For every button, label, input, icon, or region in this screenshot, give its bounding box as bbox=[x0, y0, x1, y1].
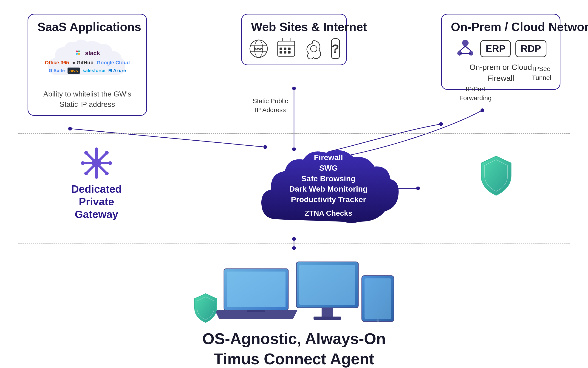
cloud-services: Firewall SWG Safe Browsing Dark Web Moni… bbox=[255, 144, 402, 235]
devices-container bbox=[192, 260, 396, 324]
svg-point-47 bbox=[81, 161, 84, 165]
slack-icon bbox=[74, 49, 83, 57]
web-box: Web Sites & Internet www bbox=[241, 14, 347, 65]
ip-port-annotation: IP/PortForwarding bbox=[459, 84, 492, 102]
cloud-productivity: Productivity Tracker bbox=[291, 194, 366, 205]
aws-label: aws bbox=[67, 67, 80, 74]
onprem-title: On-Prem / Cloud Network bbox=[451, 20, 551, 34]
gsuite-label: G Suite bbox=[49, 68, 65, 73]
bottom-divider bbox=[18, 243, 570, 244]
timus-icon bbox=[455, 38, 476, 59]
web-icons: www bbox=[251, 38, 337, 59]
cloud-firewall: Firewall bbox=[314, 152, 343, 163]
calendar-icon bbox=[276, 38, 296, 59]
svg-point-7 bbox=[439, 122, 443, 126]
svg-point-63 bbox=[377, 319, 379, 322]
onprem-icons: ERP RDP bbox=[451, 38, 551, 59]
svg-rect-32 bbox=[288, 51, 291, 54]
svg-rect-62 bbox=[365, 278, 391, 319]
svg-rect-17 bbox=[78, 53, 80, 55]
slack-label: slack bbox=[85, 50, 100, 57]
shield-container bbox=[478, 154, 514, 198]
tablet-icon bbox=[359, 273, 396, 324]
monitor-icon bbox=[293, 260, 362, 324]
top-section: SaaS Applications bbox=[0, 0, 588, 116]
web-title: Web Sites & Internet bbox=[251, 20, 337, 34]
middle-section: Dedicated Private Gateway Firewall bbox=[0, 136, 588, 243]
bottom-section: OS-Agnostic, Always-On Timus Connect Age… bbox=[0, 246, 588, 368]
svg-line-37 bbox=[459, 46, 465, 51]
svg-rect-29 bbox=[288, 47, 291, 50]
saas-box: SaaS Applications bbox=[28, 14, 147, 116]
github-label: ● GitHub bbox=[72, 60, 93, 66]
svg-point-34 bbox=[462, 40, 469, 46]
bottom-label: OS-Agnostic, Always-On Timus Connect Age… bbox=[196, 329, 392, 368]
diagram-container: { "saas": { "box_title": "SaaS Applicati… bbox=[0, 0, 588, 368]
svg-rect-58 bbox=[299, 265, 355, 305]
svg-point-46 bbox=[95, 175, 98, 179]
svg-rect-27 bbox=[280, 47, 282, 50]
svg-point-1 bbox=[68, 127, 72, 130]
azure-label: ⊞ Azure bbox=[108, 68, 126, 73]
svg-rect-28 bbox=[284, 47, 286, 50]
dedicated-gateway-box: Dedicated Private Gateway bbox=[64, 147, 129, 221]
svg-rect-56 bbox=[247, 310, 265, 312]
dedicated-label: Dedicated Private Gateway bbox=[64, 183, 129, 221]
static-ip-annotation: Static PublicIP Address bbox=[253, 96, 288, 114]
gcloud-label: Google Cloud bbox=[97, 60, 130, 66]
svg-point-52 bbox=[84, 172, 88, 175]
svg-point-44 bbox=[92, 158, 101, 168]
saas-icons: slack Office 365 ● GitHub Google Cloud G… bbox=[37, 38, 137, 84]
svg-rect-59 bbox=[322, 308, 333, 317]
svg-point-48 bbox=[108, 161, 112, 165]
cloud-ztna: ZTNA Checks bbox=[266, 207, 391, 218]
shield-icon bbox=[478, 154, 514, 198]
salesforce-label: salesforce bbox=[83, 68, 105, 73]
svg-rect-60 bbox=[313, 317, 341, 320]
svg-rect-16 bbox=[78, 51, 80, 52]
erp-badge: ERP bbox=[480, 40, 511, 57]
svg-rect-31 bbox=[284, 51, 286, 54]
top-divider bbox=[18, 133, 570, 134]
other-icon: ? bbox=[331, 38, 340, 59]
laptop-icon bbox=[215, 264, 297, 324]
ipsec-annotation: IPSecTunnel bbox=[532, 64, 551, 82]
svg-rect-30 bbox=[280, 51, 282, 54]
svg-rect-55 bbox=[227, 272, 285, 307]
svg-point-50 bbox=[105, 172, 109, 175]
gateway-icon bbox=[80, 147, 112, 179]
saas-caption: Ability to whitelist the GW'sStatic IP a… bbox=[37, 89, 137, 110]
www-icon: www bbox=[248, 38, 269, 59]
cloud-swg: SWG bbox=[319, 163, 338, 174]
svg-point-33 bbox=[311, 46, 317, 52]
svg-point-51 bbox=[105, 151, 109, 155]
svg-point-45 bbox=[95, 147, 98, 151]
svg-text:www: www bbox=[254, 47, 263, 51]
cloud-dark-web: Dark Web Monitoring bbox=[289, 184, 368, 194]
svg-rect-14 bbox=[76, 51, 78, 52]
device-shield-icon bbox=[192, 292, 219, 324]
svg-point-49 bbox=[84, 151, 88, 155]
rdp-badge: RDP bbox=[515, 40, 546, 57]
svg-line-38 bbox=[465, 46, 471, 51]
cloud-safe-browsing: Safe Browsing bbox=[301, 174, 356, 184]
svg-rect-15 bbox=[76, 53, 78, 55]
saas-title: SaaS Applications bbox=[37, 20, 137, 34]
office365-label: Office 365 bbox=[45, 60, 69, 66]
openai-icon bbox=[303, 38, 324, 59]
